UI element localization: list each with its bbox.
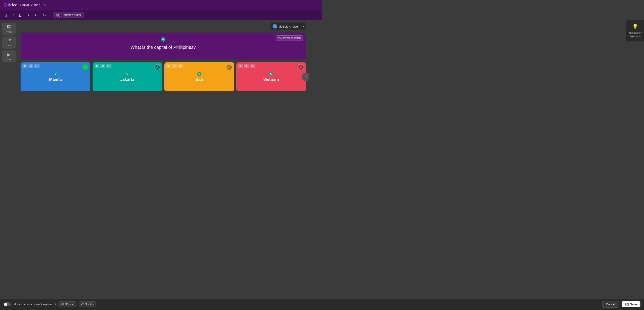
subscript-btn[interactable]: X₁: [41, 12, 48, 18]
grammarly-3: G: [197, 72, 201, 76]
delete-answer-3-btn[interactable]: 🗑: [166, 64, 171, 68]
correct-check-4[interactable]: ✓: [298, 64, 304, 70]
question-text[interactable]: What is the capital of Phillipines?: [130, 45, 196, 50]
correct-check-2[interactable]: ✓: [154, 64, 160, 70]
toolbar-divider: [50, 13, 51, 17]
image-answer-4-btn[interactable]: 🖼: [244, 64, 249, 68]
answers-wrapper: 🗑 🖼 f(x) ✓ G Manila 🗑 🖼 f(x) ✓: [20, 62, 306, 91]
left-sidebar: 🖼 Image 🎤 Audio ▶ Video: [0, 20, 18, 155]
equation-answer-4-btn[interactable]: f(x): [250, 64, 255, 68]
strikethrough-btn[interactable]: S: [25, 12, 30, 18]
right-panel: [308, 20, 322, 155]
video-icon: ▶: [8, 52, 10, 57]
italic-btn[interactable]: I: [11, 12, 16, 18]
equation-small-icon: f(x): [278, 37, 282, 39]
correct-check-3[interactable]: ✓: [226, 64, 232, 70]
multiple-choice-icon: ☑: [272, 25, 276, 29]
equation-icon: f(x): [56, 14, 60, 17]
top-nav: Quizizz Social Studies ✎: [0, 0, 322, 10]
answer-card-1[interactable]: 🗑 🖼 f(x) ✓ G Manila: [20, 62, 90, 91]
edit-quiz-title-icon[interactable]: ✎: [44, 3, 46, 7]
question-type-row: ☑ Multiple-choice ▾: [20, 23, 306, 30]
logo: Quizizz: [4, 3, 17, 8]
main-content: 🖼 Image 🎤 Audio ▶ Video ☑ Multiple-choic…: [0, 20, 322, 155]
underline-btn[interactable]: U: [17, 12, 23, 18]
editor-area: ☑ Multiple-choice ▾ f(x) Insert equation…: [18, 20, 308, 155]
formatting-toolbar: A I U S X² X₁ f(x) Equation editor: [0, 10, 322, 20]
image-answer-3-btn[interactable]: 🖼: [172, 64, 177, 68]
image-icon: 🖼: [7, 25, 11, 29]
video-btn[interactable]: ▶ Video: [2, 50, 16, 63]
answer-3-toolbar: 🗑 🖼 f(x): [166, 64, 183, 68]
question-card[interactable]: f(x) Insert equation G What is the capit…: [20, 33, 306, 60]
equation-editor-btn[interactable]: f(x) Equation editor: [54, 12, 84, 18]
answers-grid: 🗑 🖼 f(x) ✓ G Manila 🗑 🖼 f(x) ✓: [20, 62, 306, 91]
grammarly-indicator: G: [161, 37, 166, 42]
correct-check-1[interactable]: ✓: [82, 64, 88, 70]
dropdown-arrow-icon: ▾: [303, 25, 304, 28]
image-answer-2-btn[interactable]: 🖼: [100, 64, 105, 68]
audio-btn[interactable]: 🎤 Audio: [2, 37, 16, 49]
image-btn[interactable]: 🖼 Image: [2, 23, 16, 35]
add-answer-btn[interactable]: +: [302, 73, 308, 81]
answer-2-toolbar: 🗑 🖼 f(x): [94, 64, 112, 68]
question-type-selector[interactable]: ☑ Multiple-choice ▾: [270, 23, 306, 30]
insert-equation-btn[interactable]: f(x) Insert equation: [276, 35, 303, 41]
answer-text-2[interactable]: Jakarta: [120, 77, 134, 82]
delete-answer-4-btn[interactable]: 🗑: [238, 64, 243, 68]
superscript-btn[interactable]: X²: [32, 12, 39, 18]
grammarly-4: G: [269, 72, 273, 76]
answer-text-3[interactable]: Bali: [196, 77, 203, 82]
delete-answer-2-btn[interactable]: 🗑: [94, 64, 99, 68]
answer-card-2[interactable]: 🗑 🖼 f(x) ✓ G Jakarta: [92, 62, 162, 91]
underline-color-btn[interactable]: A: [4, 12, 9, 18]
image-answer-1-btn[interactable]: 🖼: [28, 64, 33, 68]
answer-card-4[interactable]: 🗑 🖼 f(x) ✓ G Vietnam: [236, 62, 306, 91]
grammarly-2: G: [125, 72, 129, 76]
grammarly-1: G: [54, 72, 58, 76]
quiz-title: Social Studies: [20, 3, 40, 7]
equation-answer-2-btn[interactable]: f(x): [106, 64, 112, 68]
equation-answer-3-btn[interactable]: f(x): [178, 64, 183, 68]
answer-1-toolbar: 🗑 🖼 f(x): [22, 64, 40, 68]
delete-answer-1-btn[interactable]: 🗑: [22, 64, 27, 68]
answer-4-toolbar: 🗑 🖼 f(x): [238, 64, 255, 68]
equation-answer-1-btn[interactable]: f(x): [34, 64, 40, 68]
audio-icon: 🎤: [6, 38, 12, 43]
answer-text-1[interactable]: Manila: [49, 77, 62, 82]
answer-text-4[interactable]: Vietnam: [263, 77, 279, 82]
answer-card-3[interactable]: 🗑 🖼 f(x) ✓ G Bali: [164, 62, 234, 91]
